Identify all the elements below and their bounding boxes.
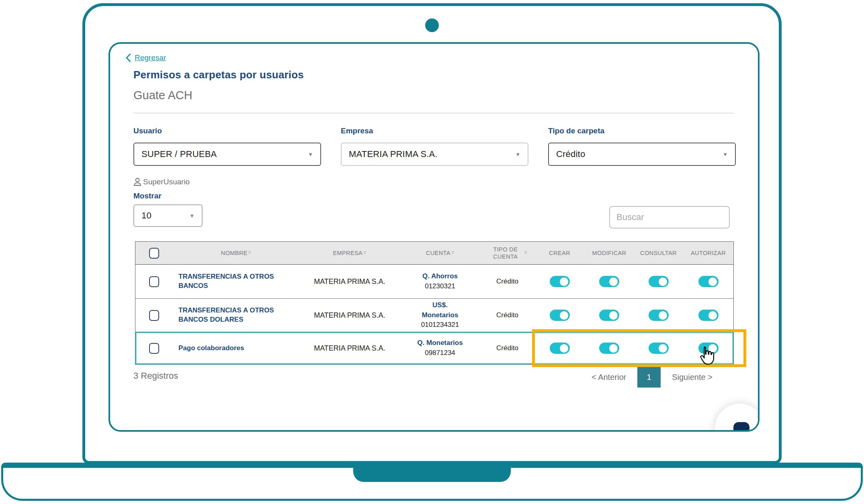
usuario-select[interactable]: SUPER / PRUEBA ▼ — [133, 143, 321, 166]
company-cell: MATERIA PRIMA S.A. — [299, 332, 400, 364]
toggle-autorizar[interactable] — [698, 343, 719, 354]
page-title: Permisos a carpetas por usuarios — [133, 69, 304, 81]
row-checkbox-cell — [135, 265, 173, 298]
toggle-consultar[interactable] — [649, 276, 669, 287]
empresa-value: MATERIA PRIMA S.A. — [349, 149, 438, 159]
pagination-prev[interactable]: < Anterior — [592, 373, 626, 382]
folder-name: TRANSFERENCIAS A OTROS BANCOS DOLARES — [173, 299, 299, 332]
account-type-cell: Crédito — [480, 299, 534, 332]
toggle-crear[interactable] — [550, 310, 570, 321]
caret-down-icon: ▼ — [723, 151, 728, 157]
account-type-cell: Crédito — [480, 265, 534, 298]
tipo-carpeta-select[interactable]: Crédito ▼ — [548, 143, 736, 166]
table-row-selected: Pago colaboradores MATERIA PRIMA S.A. Q.… — [135, 332, 733, 364]
select-all-checkbox[interactable] — [149, 248, 159, 259]
chat-bubble-icon — [733, 422, 749, 432]
sort-down-icon: ▽ — [248, 251, 251, 255]
tipo-carpeta-label: Tipo de carpeta — [548, 127, 604, 135]
header-crear: CREAR — [534, 242, 585, 264]
caret-down-icon: ▼ — [308, 151, 313, 157]
header-nombre[interactable]: NOMBRE▽ — [173, 242, 299, 264]
row-checkbox[interactable] — [149, 343, 159, 354]
back-link[interactable]: Regresar — [125, 53, 166, 62]
mostrar-select[interactable]: 10 ▼ — [133, 204, 203, 227]
row-checkbox-cell — [135, 332, 173, 364]
sort-down-icon: ▽ — [524, 251, 527, 255]
toggle-crear[interactable] — [550, 343, 570, 354]
tipo-carpeta-value: Crédito — [556, 149, 585, 159]
pagination-page-1[interactable]: 1 — [637, 367, 661, 388]
permissions-table: NOMBRE▽ EMPRESA▽ CUENTA▽ TIPO DE CUENTA▽… — [135, 241, 734, 365]
account-cell: Q. Monetarios 09871234 — [400, 332, 480, 364]
sort-down-icon: ▽ — [363, 251, 366, 255]
superuser-badge: SuperUsuario — [133, 177, 190, 187]
laptop-mockup: Regresar Permisos a carpetas por usuario… — [0, 0, 864, 504]
table-header-row: NOMBRE▽ EMPRESA▽ CUENTA▽ TIPO DE CUENTA▽… — [135, 242, 733, 265]
header-autorizar: AUTORIZAR — [683, 242, 733, 264]
records-count: 3 Registros — [133, 371, 178, 381]
toggle-autorizar[interactable] — [698, 310, 719, 321]
toggle-modificar[interactable] — [599, 276, 619, 287]
toggle-consultar[interactable] — [649, 343, 669, 354]
empresa-label: Empresa — [341, 127, 373, 135]
camera-dot — [425, 18, 439, 32]
toggle-modificar[interactable] — [599, 310, 619, 321]
sort-down-icon: ▽ — [451, 251, 454, 255]
pagination-next[interactable]: Siguiente > — [672, 373, 712, 382]
mostrar-label: Mostrar — [133, 192, 162, 200]
empresa-select[interactable]: MATERIA PRIMA S.A. ▼ — [341, 143, 528, 166]
toggle-autorizar[interactable] — [698, 276, 719, 287]
caret-down-icon: ▼ — [189, 213, 195, 219]
header-consultar: CONSULTAR — [634, 242, 683, 264]
app-window: Regresar Permisos a carpetas por usuario… — [109, 42, 760, 432]
superuser-label: SuperUsuario — [143, 178, 190, 186]
company-cell: MATERIA PRIMA S.A. — [299, 299, 400, 332]
person-icon — [133, 177, 142, 187]
account-type-cell: Crédito — [480, 332, 534, 364]
chevron-left-icon — [125, 53, 131, 62]
laptop-notch — [353, 463, 511, 482]
mostrar-value: 10 — [141, 210, 152, 221]
header-tipo-cuenta[interactable]: TIPO DE CUENTA▽ — [480, 242, 534, 264]
toggle-modificar[interactable] — [599, 343, 619, 354]
account-cell: US$. Monetarios 0101234321 — [400, 299, 480, 332]
toggle-crear[interactable] — [550, 276, 570, 287]
folder-name: Pago colaboradores — [173, 332, 299, 364]
search-input[interactable] — [609, 206, 730, 229]
header-cuenta[interactable]: CUENTA▽ — [400, 242, 480, 264]
header-empresa[interactable]: EMPRESA▽ — [299, 242, 400, 264]
row-checkbox-cell — [135, 299, 173, 332]
header-checkbox-cell — [135, 242, 173, 264]
folder-name: TRANSFERENCIAS A OTROS BANCOS — [173, 265, 299, 298]
usuario-label: Usuario — [133, 127, 162, 135]
company-cell: MATERIA PRIMA S.A. — [299, 265, 400, 298]
chat-button[interactable] — [715, 404, 760, 432]
toggle-consultar[interactable] — [649, 310, 669, 321]
table-row: TRANSFERENCIAS A OTROS BANCOS MATERIA PR… — [135, 265, 733, 299]
row-checkbox[interactable] — [149, 276, 159, 287]
divider — [133, 113, 734, 113]
account-cell: Q. Ahorros 01230321 — [400, 265, 480, 298]
page-subtitle: Guate ACH — [133, 89, 192, 102]
caret-down-icon: ▼ — [515, 151, 520, 157]
table-row: TRANSFERENCIAS A OTROS BANCOS DOLARES MA… — [135, 299, 733, 332]
usuario-value: SUPER / PRUEBA — [141, 149, 217, 159]
row-checkbox[interactable] — [149, 310, 159, 321]
header-modificar: MODIFICAR — [585, 242, 634, 264]
pagination: < Anterior 1 Siguiente > — [592, 367, 712, 388]
back-link-label: Regresar — [135, 53, 166, 62]
